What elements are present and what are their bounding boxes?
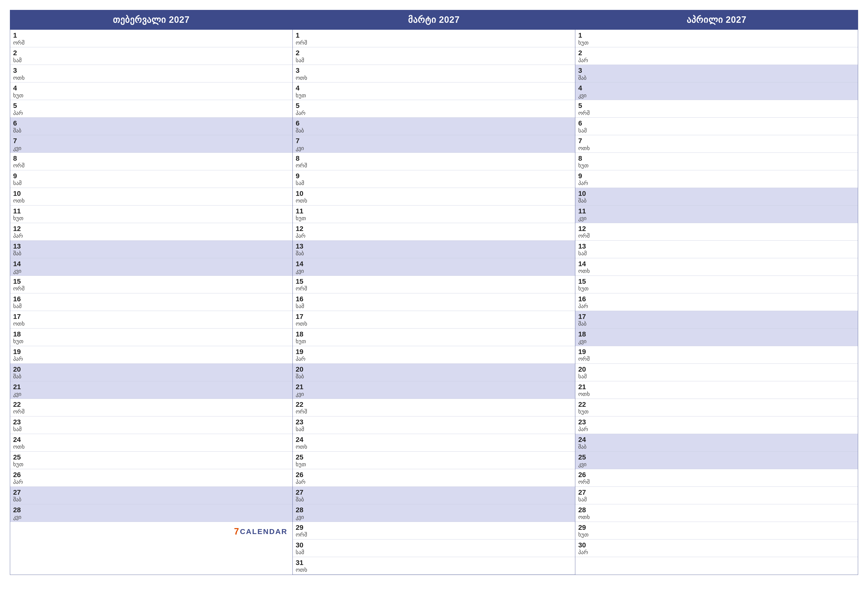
day-row: 3შაბ (575, 65, 858, 82)
day-name: კვი (13, 391, 290, 397)
day-name: კვი (296, 268, 572, 274)
day-row: 24ოთხ (293, 434, 575, 452)
day-name: ხუთ (578, 409, 855, 415)
day-number: 3 (296, 66, 572, 75)
day-number: 23 (296, 418, 572, 426)
day-row: 25ხუთ (10, 452, 293, 469)
day-name: ხუთ (13, 461, 290, 468)
day-number: 11 (13, 207, 290, 215)
day-number: 21 (296, 383, 572, 391)
day-number: 2 (578, 49, 855, 57)
day-number: 12 (578, 225, 855, 233)
day-number: 2 (296, 49, 572, 57)
day-row: 22ხუთ (575, 399, 858, 417)
day-number: 7 (13, 137, 290, 145)
day-name: სამ (578, 496, 855, 503)
day-row: 6შაბ (293, 118, 575, 135)
day-name: სამ (578, 250, 855, 257)
day-name: შაბ (296, 496, 572, 503)
month-column-apr: აპრილი 20271ხუთ2პარ3შაბ4კვი5ორშ6სამ7ოთხ8… (575, 10, 858, 575)
day-number: 9 (578, 172, 855, 180)
day-name: ოთხ (13, 75, 290, 81)
day-number: 20 (296, 365, 572, 374)
day-number: 29 (578, 523, 855, 532)
day-row: 1ხუთ (575, 30, 858, 47)
day-name: შაბ (296, 373, 572, 380)
day-name: კვი (296, 391, 572, 397)
day-name: სამ (296, 303, 572, 309)
day-number: 19 (578, 348, 855, 356)
day-name: პარ (578, 426, 855, 432)
day-row: 2პარ (575, 47, 858, 65)
day-number: 22 (13, 400, 290, 409)
day-name: ორშ (13, 40, 290, 46)
day-number: 13 (13, 242, 290, 250)
day-number: 4 (13, 84, 290, 92)
day-row: 1ორშ (293, 30, 575, 47)
day-name: პარ (13, 356, 290, 362)
day-row: 30პარ (575, 539, 858, 557)
day-name: სამ (13, 426, 290, 432)
day-name: ხუთ (296, 338, 572, 345)
day-row: 10ოთხ (10, 188, 293, 205)
day-number: 30 (296, 541, 572, 549)
day-row: 21ოთხ (575, 381, 858, 399)
day-number: 14 (578, 260, 855, 268)
day-row: 24ოთხ (10, 434, 293, 452)
day-row: 4ხუთ (293, 82, 575, 100)
day-row: 27შაბ (10, 487, 293, 504)
day-row: 11ხუთ (10, 205, 293, 223)
day-number: 14 (296, 260, 572, 268)
day-number: 24 (578, 435, 855, 444)
day-name: შაბ (578, 75, 855, 81)
day-number: 17 (13, 312, 290, 321)
logo-number: 7 (234, 526, 239, 537)
day-number: 1 (13, 31, 290, 40)
day-name: პარ (13, 233, 290, 239)
day-row: 16პარ (575, 294, 858, 311)
day-name: ოთხ (296, 320, 572, 327)
day-number: 4 (296, 84, 572, 92)
day-name: ხუთ (296, 215, 572, 222)
day-row: 6შაბ (10, 118, 293, 135)
day-row: 19პარ (293, 346, 575, 364)
day-row: 18კვი (575, 328, 858, 346)
day-number: 14 (13, 260, 290, 268)
day-name: ოთხ (578, 145, 855, 152)
day-number: 2 (13, 49, 290, 57)
day-row: 2სამ (293, 47, 575, 65)
day-number: 8 (296, 154, 572, 163)
day-number: 30 (578, 541, 855, 549)
day-name: ორშ (296, 286, 572, 292)
day-row: 12პარ (293, 223, 575, 241)
day-number: 9 (296, 172, 572, 180)
day-row: 22ორშ (10, 399, 293, 417)
day-row: 14კვი (293, 258, 575, 276)
day-number: 20 (13, 365, 290, 374)
day-number: 25 (13, 453, 290, 462)
day-number: 11 (296, 207, 572, 215)
day-number: 3 (578, 66, 855, 75)
day-number: 15 (578, 277, 855, 286)
day-number: 18 (13, 330, 290, 339)
day-name: ხუთ (13, 338, 290, 345)
day-name: ხუთ (296, 92, 572, 99)
day-number: 16 (578, 295, 855, 303)
day-row: 23სამ (10, 417, 293, 434)
day-row: 26პარ (293, 469, 575, 487)
day-row: 14კვი (10, 258, 293, 276)
day-number: 18 (578, 330, 855, 339)
day-name: ოთხ (296, 197, 572, 204)
day-name: ორშ (296, 40, 572, 46)
day-row: 22ორშ (293, 399, 575, 417)
day-name: შაბ (296, 250, 572, 257)
month-header-apr: აპრილი 2027 (575, 10, 858, 30)
day-name: ორშ (578, 479, 855, 485)
day-row: 9სამ (293, 170, 575, 188)
day-name: ორშ (13, 162, 290, 169)
day-row: 27სამ (575, 487, 858, 504)
day-name: შაბ (13, 250, 290, 257)
day-row: 16სამ (10, 294, 293, 311)
day-name: შაბ (578, 444, 855, 450)
day-name: ოთხ (578, 514, 855, 521)
